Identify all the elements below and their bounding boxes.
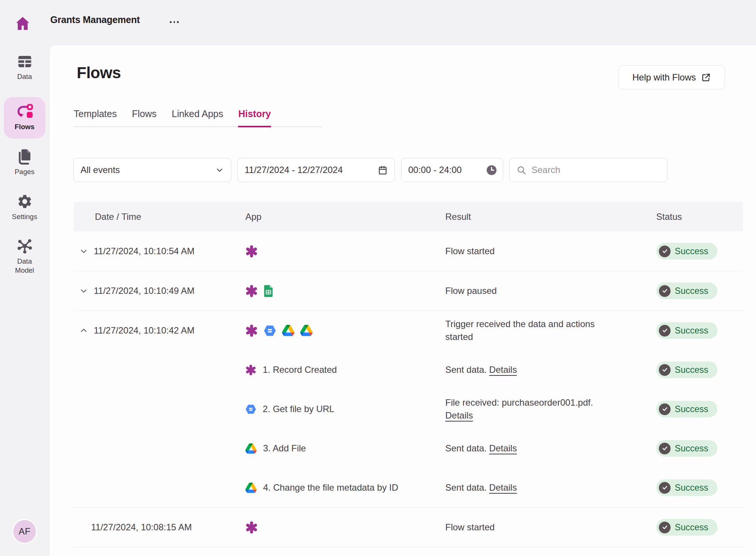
sidebar: Data Flows Pages Settings: [0, 45, 49, 556]
help-button-label: Help with Flows: [632, 72, 696, 83]
step-result: Sent data. Details: [445, 442, 627, 455]
row-status-cell: Success: [656, 361, 743, 378]
sidebar-item-label: Data Model: [9, 257, 40, 275]
smartsuite-asterisk-icon: [245, 521, 258, 534]
row-datetime-cell: 11/27/2024, 10:10:49 AM: [74, 286, 245, 296]
tab-linked-apps[interactable]: Linked Apps: [172, 108, 223, 126]
table-row[interactable]: 11/27/2024, 10:08:15 AM Flow started Suc…: [74, 508, 743, 547]
event-filter-select[interactable]: All events: [73, 158, 231, 182]
workspace-menu-button[interactable]: [168, 20, 180, 25]
home-icon: [14, 15, 31, 32]
step-label-cell: 1. Record Created: [245, 364, 445, 375]
step-label: 4. Change the file metadata by ID: [263, 482, 398, 493]
search-icon: [516, 165, 527, 175]
help-with-flows-button[interactable]: Help with Flows: [618, 65, 725, 90]
tab-templates[interactable]: Templates: [74, 108, 117, 126]
clock-icon: [486, 164, 497, 176]
row-status-cell: Success: [656, 401, 743, 417]
details-link[interactable]: Details: [489, 482, 517, 493]
smartsuite-asterisk-icon: [245, 245, 258, 258]
row-datetime: 11/27/2024, 10:10:42 AM: [94, 325, 194, 335]
expand-chevron-down-icon[interactable]: [79, 286, 88, 296]
hexagon-utility-icon: [263, 325, 276, 337]
flow-step-row: 3. Add File Sent data. Details Success: [74, 429, 743, 468]
search-field: [509, 158, 668, 182]
sidebar-item-label: Flows: [15, 122, 34, 131]
sidebar-item-data-model[interactable]: Data Model: [0, 237, 49, 275]
check-icon: [659, 443, 671, 454]
row-result: Flow paused: [445, 284, 627, 297]
row-datetime-cell: 11/27/2024, 10:08:15 AM: [74, 522, 245, 533]
flow-step-row: 2. Get file by URL File received: purcha…: [74, 389, 743, 429]
check-icon: [659, 246, 671, 257]
expand-chevron-down-icon[interactable]: [79, 247, 88, 256]
date-range-value: 11/27/2024 - 12/27/2024: [245, 165, 343, 175]
details-link[interactable]: Details: [445, 410, 473, 420]
flow-step-row: 4. Change the file metadata by ID Sent d…: [74, 468, 743, 507]
row-result: Flow started: [445, 245, 627, 258]
data-model-icon: [16, 237, 33, 254]
step-result: Sent data. Details: [445, 363, 627, 376]
table-row[interactable]: 11/27/2024, 10:10:49 AM Flow paused: [74, 271, 743, 311]
expanded-row-main[interactable]: 11/27/2024, 10:10:42 AM: [74, 311, 743, 350]
status-badge: Success: [656, 519, 717, 536]
sidebar-item-flows[interactable]: Flows: [4, 97, 45, 139]
filter-bar: All events 11/27/2024 - 12/27/2024 00:00…: [73, 158, 668, 182]
status-badge: Success: [656, 361, 717, 378]
row-datetime: 11/27/2024, 10:08:15 AM: [91, 522, 192, 532]
column-header-status: Status: [656, 212, 743, 222]
search-input[interactable]: [531, 165, 652, 175]
sidebar-item-label: Data: [17, 72, 32, 81]
top-header: Grants Management: [0, 0, 756, 45]
check-icon: [659, 285, 671, 297]
step-label-cell: 3. Add File: [245, 443, 445, 454]
google-sheets-icon: [263, 285, 274, 297]
step-label: 1. Record Created: [263, 364, 337, 375]
sidebar-item-label: Pages: [15, 167, 34, 176]
details-link[interactable]: Details: [489, 443, 517, 453]
time-range-filter[interactable]: 00:00 - 24:00: [401, 158, 503, 182]
status-badge: Success: [656, 243, 717, 259]
sidebar-item-pages[interactable]: Pages: [0, 148, 49, 176]
column-header-datetime: Date / Time: [74, 212, 245, 222]
details-link[interactable]: Details: [489, 364, 517, 375]
tab-history[interactable]: History: [238, 108, 271, 127]
row-apps-cell: [245, 324, 445, 337]
step-result: File received: purchaseorder001.pdf. Det…: [445, 396, 627, 422]
check-icon: [659, 482, 671, 494]
status-badge: Success: [656, 440, 717, 457]
page-title: Flows: [77, 64, 121, 82]
step-label-cell: 2. Get file by URL: [245, 404, 445, 414]
column-header-result: Result: [445, 212, 656, 222]
google-drive-icon: [245, 443, 257, 454]
step-label: 2. Get file by URL: [263, 404, 334, 414]
row-result: Trigger received the data and actions st…: [445, 318, 627, 343]
flows-icon: [16, 104, 33, 120]
row-datetime: 11/27/2024, 10:10:49 AM: [94, 286, 194, 296]
row-status-cell: Success: [656, 440, 743, 457]
tab-flows[interactable]: Flows: [132, 108, 156, 126]
event-filter-value: All events: [81, 165, 120, 175]
tab-bar: Templates Flows Linked Apps History: [74, 108, 322, 127]
date-range-filter[interactable]: 11/27/2024 - 12/27/2024: [237, 158, 395, 182]
table-header: Date / Time App Result Status: [74, 202, 743, 232]
sidebar-item-data[interactable]: Data: [0, 54, 49, 81]
column-header-app: App: [245, 212, 445, 222]
collapse-chevron-up-icon[interactable]: [79, 326, 88, 335]
row-status-cell: Success: [656, 243, 743, 259]
row-apps-cell: [245, 521, 445, 534]
step-label-cell: 4. Change the file metadata by ID: [245, 482, 445, 493]
row-status-cell: Success: [656, 519, 743, 536]
home-button[interactable]: [14, 15, 31, 32]
row-status-cell: Success: [656, 283, 743, 299]
main-content-card: Flows Help with Flows Templates Flows Li…: [49, 45, 756, 556]
status-badge: Success: [656, 479, 717, 496]
table-row[interactable]: 11/27/2024, 10:10:54 AM Flow started Suc…: [74, 232, 743, 271]
calendar-icon: [378, 165, 388, 175]
status-badge: Success: [656, 283, 717, 299]
sidebar-item-settings[interactable]: Settings: [0, 193, 49, 221]
workspace-title: Grants Management: [50, 14, 140, 26]
row-apps-cell: [245, 245, 445, 258]
user-avatar[interactable]: AF: [12, 519, 37, 544]
row-result: Flow started: [445, 521, 627, 534]
